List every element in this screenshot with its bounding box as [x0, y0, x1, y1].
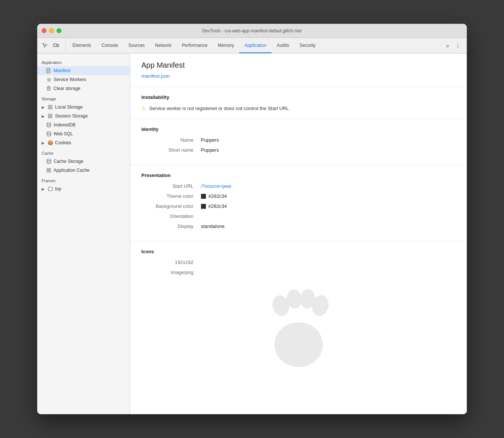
- arrow-icon: ▶: [42, 105, 45, 109]
- start-url-row: Start URL /?source=pwa: [141, 183, 456, 189]
- background-color-label: Background color: [141, 203, 201, 209]
- theme-color-swatch: [201, 194, 206, 199]
- tab-network[interactable]: Network: [150, 38, 177, 53]
- svg-rect-25: [49, 168, 51, 170]
- svg-rect-14: [51, 105, 52, 107]
- background-color-value: #282c34: [201, 203, 227, 209]
- minimize-button[interactable]: [49, 28, 54, 33]
- maximize-button[interactable]: [57, 28, 61, 33]
- svg-rect-8: [47, 87, 50, 90]
- toolbar: Elements Console Sources Network Perform…: [37, 38, 467, 54]
- devtools-menu-button[interactable]: ⋮: [452, 38, 464, 53]
- sidebar-item-websql[interactable]: Web SQL: [37, 129, 130, 138]
- icons-section: Icons 192x192 image/png: [130, 241, 467, 384]
- manifest-link[interactable]: manifest.json: [141, 73, 170, 79]
- sidebar-item-session-storage[interactable]: ▶ Session Storage: [37, 112, 130, 120]
- svg-point-22: [47, 132, 51, 133]
- tab-application[interactable]: Application: [239, 38, 272, 53]
- theme-color-value: #282c34: [201, 193, 227, 199]
- device-toggle-icon[interactable]: [51, 41, 61, 51]
- svg-point-23: [47, 159, 51, 161]
- svg-rect-28: [48, 187, 52, 191]
- tab-audits[interactable]: Audits: [272, 38, 294, 53]
- sidebar-item-manifest[interactable]: Manifest: [37, 66, 130, 75]
- svg-rect-20: [51, 116, 52, 118]
- short-name-row: Short name Puppers: [141, 147, 456, 153]
- svg-rect-16: [51, 107, 52, 109]
- name-value: Puppers: [201, 137, 219, 143]
- warning-row: ⚠ Service worker is not registered or do…: [141, 105, 456, 111]
- db-icon: [46, 159, 51, 164]
- devtools-window: DevTools - cra-web-app-manifest-defaut.g…: [37, 24, 467, 414]
- file-icon: [46, 68, 51, 73]
- warning-icon: ⚠: [141, 105, 146, 111]
- name-label: Name: [141, 137, 201, 143]
- start-url-link[interactable]: /?source=pwa: [201, 183, 231, 189]
- sidebar-item-service-workers[interactable]: Service Workers: [37, 75, 130, 84]
- sidebar-item-top[interactable]: ▶ top: [37, 184, 130, 193]
- svg-rect-24: [47, 168, 48, 170]
- warning-text: Service worker is not registered or does…: [149, 106, 289, 111]
- short-name-value: Puppers: [201, 147, 219, 153]
- tab-elements[interactable]: Elements: [67, 38, 96, 53]
- svg-rect-18: [51, 114, 52, 116]
- sidebar-item-local-storage[interactable]: ▶ Local Storage: [37, 103, 130, 112]
- frame-icon: [48, 186, 53, 191]
- sidebar-section-storage: Storage: [37, 93, 130, 103]
- orientation-row: Orientation: [141, 213, 456, 219]
- sidebar-section-cache: Cache: [37, 147, 130, 157]
- sidebar-item-cookies[interactable]: ▶ 🍪 Cookies: [37, 138, 130, 147]
- installability-section: Installability ⚠ Service worker is not r…: [130, 87, 467, 119]
- svg-rect-17: [48, 114, 50, 116]
- presentation-heading: Presentation: [141, 173, 456, 178]
- titlebar: DevTools - cra-web-app-manifest-defaut.g…: [37, 24, 467, 38]
- arrow-icon: ▶: [42, 141, 45, 145]
- tab-sources[interactable]: Sources: [123, 38, 150, 53]
- display-label: Display: [141, 223, 201, 229]
- icon-size-row: 192x192: [141, 260, 456, 265]
- sidebar-item-cache-storage[interactable]: Cache Storage: [37, 157, 130, 166]
- svg-rect-19: [48, 116, 50, 118]
- sidebar-item-application-cache[interactable]: Application Cache: [37, 166, 130, 175]
- sidebar-item-indexeddb[interactable]: IndexedDB: [37, 120, 130, 129]
- identity-section: Identity Name Puppers Short name Puppers: [130, 119, 467, 165]
- sidebar-section-frames: Frames: [37, 175, 130, 184]
- window-title: DevTools - cra-web-app-manifest-defaut.g…: [202, 28, 302, 33]
- background-color-swatch: [201, 204, 206, 209]
- tab-console[interactable]: Console: [96, 38, 123, 53]
- close-button[interactable]: [42, 28, 46, 33]
- arrow-icon: ▶: [42, 187, 45, 191]
- tab-list: Elements Console Sources Network Perform…: [67, 38, 443, 53]
- svg-rect-0: [54, 44, 57, 46]
- presentation-section: Presentation Start URL /?source=pwa Them…: [130, 165, 467, 241]
- short-name-label: Short name: [141, 147, 201, 153]
- paw-icon-container: [141, 280, 456, 376]
- orientation-label: Orientation: [141, 213, 201, 219]
- svg-rect-27: [49, 171, 51, 172]
- arrow-icon: ▶: [42, 114, 45, 118]
- svg-rect-15: [48, 107, 50, 109]
- inspect-icon[interactable]: [40, 41, 50, 51]
- icon-type-row: image/png: [141, 270, 456, 275]
- tab-performance[interactable]: Performance: [177, 38, 213, 53]
- paw-print-icon: [261, 287, 336, 369]
- grid-icon: [48, 104, 53, 110]
- display-value: standalone: [201, 223, 225, 229]
- sidebar-section-application: Application: [37, 57, 130, 66]
- sidebar: Application Manifest: [37, 54, 130, 414]
- icons-heading: Icons: [141, 249, 456, 254]
- tab-security[interactable]: Security: [294, 38, 321, 53]
- svg-point-6: [48, 79, 49, 80]
- sidebar-item-clear-storage[interactable]: Clear storage: [37, 84, 130, 93]
- svg-point-7: [47, 78, 51, 81]
- page-title: App Manifest: [141, 61, 456, 70]
- start-url-value: /?source=pwa: [201, 183, 231, 189]
- toolbar-icons: [40, 38, 66, 53]
- icon-type-label: image/png: [141, 270, 201, 275]
- tab-memory[interactable]: Memory: [213, 38, 239, 53]
- db-icon: [46, 122, 51, 128]
- more-tabs-button[interactable]: »: [443, 38, 452, 53]
- db-icon: [46, 131, 51, 136]
- display-row: Display standalone: [141, 223, 456, 229]
- start-url-label: Start URL: [141, 183, 201, 189]
